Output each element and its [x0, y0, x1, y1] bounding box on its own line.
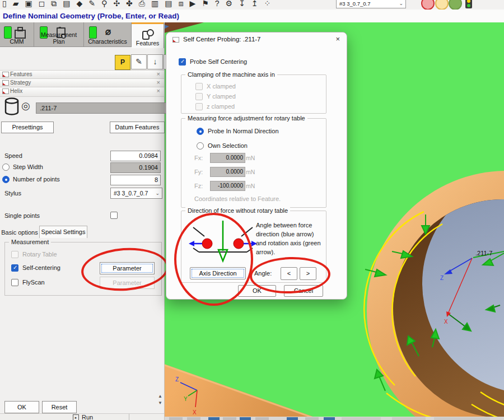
status-indicator [4, 26, 12, 39]
stylus-dropdown[interactable]: #3 3_0.7_0.7 ⌄ [336, 0, 406, 8]
open-file-icon[interactable]: ▰ [13, 0, 19, 8]
bookmark-icon[interactable]: ⚑ [202, 0, 209, 8]
step-width-radio[interactable] [2, 164, 10, 171]
pattern-p-icon[interactable]: P [115, 55, 130, 70]
edit-probe-icon[interactable]: ✎ [88, 0, 95, 8]
help-icon[interactable]: ? [215, 0, 220, 8]
number-of-points-radio[interactable] [2, 176, 10, 183]
status-red-light[interactable] [421, 0, 435, 10]
presettings-button[interactable]: Presettings [1, 122, 54, 133]
datum-features-button[interactable]: Datum Features [110, 122, 165, 133]
self-centering-checkbox[interactable] [11, 264, 18, 272]
number-of-points-field[interactable]: 8 [110, 175, 161, 185]
fy-label: Fy: [194, 169, 203, 175]
edit-pen-icon[interactable]: ✎ [131, 54, 147, 69]
self-center-probing-dialog: Self Center Probing: .211-7 × Probe Self… [166, 32, 347, 300]
dialog-title: Self Center Probing: .211-7 [183, 36, 261, 43]
stylus-dropdown-value: #3 3_0.7_0.7 [339, 1, 370, 7]
print-icon[interactable]: ⎙ [139, 0, 145, 8]
ok-button[interactable]: OK [4, 401, 39, 413]
status-yellow-light[interactable] [435, 0, 449, 10]
close-icon[interactable]: × [335, 35, 340, 43]
scroll-up-icon[interactable]: ▲ [158, 394, 162, 399]
new-document-icon[interactable]: ▯ [2, 0, 7, 8]
save-icon[interactable]: ▣ [25, 0, 32, 8]
single-points-label: Single points [4, 212, 40, 219]
link-nodes-icon[interactable]: ✣ [113, 0, 120, 8]
reset-button[interactable]: Reset [42, 401, 77, 413]
tab-basic-options[interactable]: Basic options [1, 227, 38, 237]
x-clamped-checkbox[interactable] [195, 83, 203, 90]
close-icon[interactable]: × [157, 87, 160, 94]
coordinates-note: Coordinates relative to Feature. [194, 195, 281, 202]
fz-field: -100.0000 [210, 181, 245, 191]
dialog-cancel-button[interactable]: Cancel [284, 285, 323, 297]
z-clamped-checkbox[interactable] [195, 103, 203, 110]
probe-normal-direction-radio[interactable] [197, 128, 204, 135]
select-region-icon[interactable]: ◻ [39, 0, 45, 8]
triad-x-label: X [193, 409, 197, 416]
tab-cmm[interactable]: CMM [0, 22, 34, 47]
parameter-button[interactable]: Parameter [100, 262, 155, 274]
probe-ball-right [234, 239, 244, 249]
eraser-icon[interactable]: ◆ [77, 0, 83, 8]
paste-icon[interactable]: ▤ [63, 0, 70, 8]
probe-down-icon[interactable]: ↧ [239, 0, 245, 8]
traffic-light-icon[interactable] [465, 0, 472, 8]
scroll-down-icon[interactable]: ▼ [158, 400, 162, 405]
y-clamped-checkbox[interactable] [195, 93, 203, 100]
speed-field[interactable]: 0.0984 [110, 151, 161, 161]
tab-features[interactable]: Features [132, 22, 164, 48]
close-icon[interactable]: × [157, 71, 160, 77]
tab-measurement-plan[interactable]: Measurement Plan [34, 22, 84, 47]
force-legend: Measuring force adjustment for rotary ta… [185, 115, 307, 122]
bottom-toolbar-strip[interactable] [164, 417, 504, 420]
dialog-ok-button[interactable]: OK [238, 285, 276, 297]
stylus-select[interactable]: #3 3_0.7_0.7 ⌄ [110, 188, 162, 199]
probe-up-icon[interactable]: ↥ [251, 0, 258, 8]
move-down-icon[interactable]: ↓ [147, 54, 163, 69]
tab-special-settings[interactable]: Special Settings [39, 226, 87, 238]
status-green-light[interactable] [449, 0, 462, 10]
feature-label: .211-7 [475, 250, 492, 256]
probe-self-centering-label: Probe Self Centering [190, 58, 247, 65]
run-label[interactable]: Run [82, 414, 93, 420]
feature-name-field[interactable]: .211-7 [36, 102, 168, 114]
cmm-icon [15, 30, 26, 39]
run-icon[interactable]: ▸ [73, 414, 79, 420]
settings-gear-icon[interactable]: ⚙ [226, 0, 233, 8]
triad-z-label: Z [175, 376, 179, 382]
delete-icon[interactable]: ▥ [151, 0, 158, 8]
run-box-icon[interactable]: ▶ [189, 0, 195, 8]
panel-header-features[interactable]: Features × [0, 70, 165, 79]
probe-self-centering-checkbox[interactable] [179, 58, 186, 66]
flyscan-checkbox[interactable] [11, 279, 18, 286]
close-icon[interactable]: × [157, 79, 160, 86]
tab-characteristics[interactable]: ⌀ Characteristics [84, 22, 132, 47]
copy-icon[interactable]: ⧉ [51, 0, 57, 8]
single-points-checkbox[interactable] [110, 212, 118, 219]
probe-angles-icon[interactable]: ⁘ [264, 0, 271, 8]
zoom-icon[interactable]: ⚲ [101, 0, 107, 8]
chevron-down-icon: ⌄ [399, 0, 403, 8]
fy-field: 0.0000 [210, 167, 245, 177]
axis-direction-button[interactable]: Axis Direction [190, 267, 246, 279]
main-toolbar: ▯▰▣◻⧉▤◆✎⚲✣✤⎙▥▤⧈▶⚑?⚙↧↥⁘ #3 3_0.7_0.7 ⌄ [0, 0, 504, 10]
link-nodes-alt-icon[interactable]: ✤ [126, 0, 133, 8]
self-centering-label: Self-centering [22, 264, 60, 271]
report-2-icon[interactable]: ⧈ [179, 0, 184, 8]
report-icon[interactable]: ▤ [165, 0, 172, 8]
clamping-legend: Clamping of the machine axis in [185, 71, 277, 78]
number-of-points-label: Number of points [13, 176, 60, 183]
own-selection-radio[interactable] [197, 142, 204, 150]
angle-decrease-button[interactable]: < [281, 267, 297, 280]
status-indicator [89, 26, 97, 39]
panel-header-helix[interactable]: Helix × [0, 87, 165, 97]
own-selection-label: Own Selection [208, 142, 248, 149]
angle-increase-button[interactable]: > [300, 267, 316, 280]
fx-unit: mN [246, 155, 255, 161]
clamping-group [181, 74, 326, 114]
rotary-table-checkbox[interactable] [11, 251, 18, 258]
panel-header-strategy[interactable]: Strategy × [0, 78, 165, 87]
fx-field: 0.0000 [210, 153, 245, 163]
